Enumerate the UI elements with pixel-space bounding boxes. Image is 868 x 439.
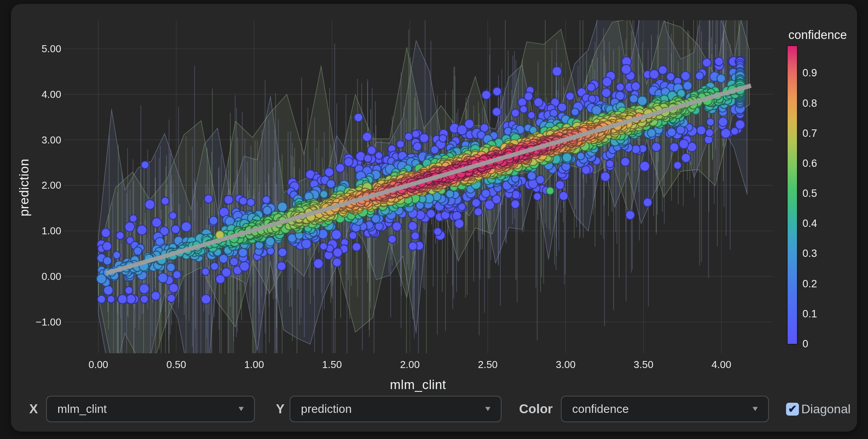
x-select-label: X [29, 402, 38, 416]
y-axis-dropdown[interactable]: prediction ▼ [290, 396, 502, 422]
x-tick-label: 1.50 [322, 359, 342, 371]
diagonal-checkbox-label: Diagonal [801, 402, 850, 416]
y-dropdown-value: prediction [301, 402, 352, 416]
y-select-label: Y [276, 402, 285, 416]
app-background: prediction mlm_clint 5.004.003.002.001.0… [0, 0, 868, 439]
x-tick-label: 0.00 [89, 359, 108, 371]
scatter-plot-canvas[interactable] [0, 0, 868, 439]
colorbar-gradient [788, 46, 797, 344]
colorbar-tick-label: 0.2 [802, 278, 817, 290]
color-dropdown-value: confidence [572, 402, 629, 416]
y-tick-label: 4.00 [14, 88, 61, 100]
colorbar-tick-label: 0.7 [802, 127, 817, 139]
color-dropdown[interactable]: confidence ▼ [561, 396, 769, 422]
x-tick-label: 3.50 [634, 359, 654, 371]
y-tick-label: 0.00 [14, 271, 61, 283]
chevron-down-icon: ▼ [237, 405, 245, 413]
check-icon: ✔ [788, 404, 797, 414]
x-tick-label: 2.50 [478, 359, 498, 371]
chevron-down-icon: ▼ [484, 405, 492, 413]
colorbar-tick-label: 0.5 [802, 188, 817, 200]
color-select-label: Color [519, 402, 553, 416]
colorbar-tick-label: 0 [802, 338, 808, 350]
colorbar-tick-label: 0.4 [802, 218, 817, 230]
y-tick-label: 5.00 [14, 43, 61, 55]
legend-title: confidence [788, 28, 847, 42]
x-tick-label: 0.50 [166, 359, 186, 371]
y-tick-label: 2.00 [14, 179, 61, 191]
y-tick-label: −1.00 [14, 316, 61, 328]
colorbar-tick-label: 0.8 [802, 97, 817, 109]
x-tick-label: 3.00 [556, 359, 576, 371]
diagonal-checkbox[interactable]: ✔ [786, 403, 799, 416]
x-tick-label: 2.00 [400, 359, 420, 371]
x-axis-dropdown[interactable]: mlm_clint ▼ [46, 396, 255, 422]
x-dropdown-value: mlm_clint [57, 402, 107, 416]
colorbar-tick-label: 0.1 [802, 308, 817, 320]
colorbar-tick-label: 0.9 [802, 67, 817, 79]
y-tick-label: 1.00 [14, 225, 61, 237]
x-tick-label: 1.00 [244, 359, 264, 371]
colorbar-tick-label: 0.6 [802, 157, 817, 169]
colorbar-tick-label: 0.3 [802, 248, 817, 260]
chevron-down-icon: ▼ [751, 405, 760, 413]
x-axis-title: mlm_clint [390, 377, 446, 392]
y-tick-label: 3.00 [14, 134, 61, 146]
x-tick-label: 4.00 [711, 359, 731, 371]
